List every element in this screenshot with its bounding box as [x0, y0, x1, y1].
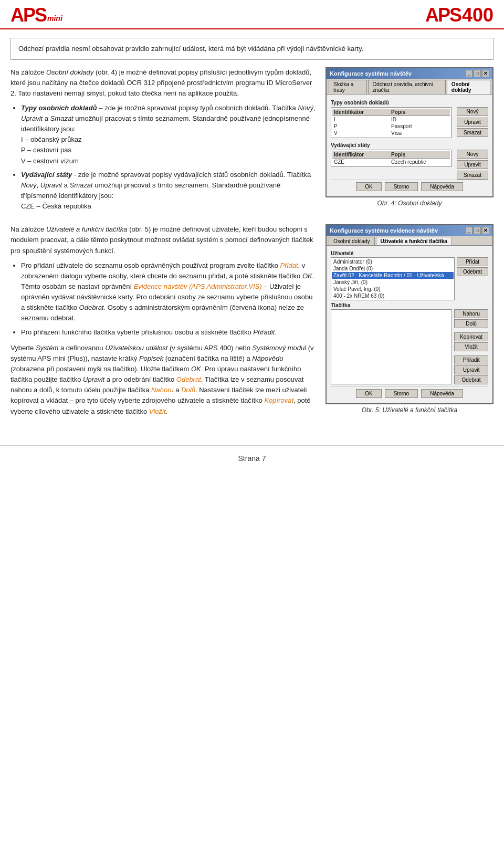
- nahoru-text: Nahoru: [151, 386, 174, 394]
- dialog1-list1-header: Identifikátor Popis: [332, 109, 450, 116]
- priradit-text: Přiřadit: [253, 328, 275, 336]
- dialog2-storno-btn[interactable]: Storno: [385, 389, 418, 398]
- evidence-text: Evidence návštěv (APS Administrator.VIS): [134, 282, 262, 290]
- dialog1-storno-btn[interactable]: Storno: [385, 182, 418, 191]
- dialog1-maximize-btn[interactable]: □: [474, 70, 481, 77]
- dialog1-row1-I[interactable]: IID: [332, 116, 450, 123]
- ok2-text: OK: [191, 365, 201, 373]
- dialog2-kopirovat-btn[interactable]: Kopírovat: [454, 332, 488, 341]
- dialog2-users-row: Administrator (0) Janda Ondřej (0) Zavří…: [331, 257, 488, 300]
- dialog1-titlebar: Konfigurace systému návštěv _ □ ✕: [327, 68, 492, 79]
- logo-right: APS 400: [425, 4, 494, 26]
- systemovy-text: Systémový modul: [253, 344, 307, 352]
- section2-text: Na záložce Uživatelé a funkční tlačítka …: [10, 224, 317, 421]
- dialog1-minimize-btn[interactable]: _: [465, 70, 472, 77]
- dialog2-tab-osobni[interactable]: Osobní doklady: [329, 237, 375, 245]
- vlozit-text: Vložit: [149, 407, 166, 415]
- dialog1-smazat2-btn[interactable]: Smazat: [457, 171, 488, 180]
- section2-para1: Na záložce Uživatelé a funkční tlačítka …: [10, 224, 317, 256]
- dialog2-user-janda[interactable]: Janda Ondřej (0): [332, 265, 454, 272]
- dialog2-napoveda-btn[interactable]: Nápověda: [421, 389, 463, 398]
- dialog2-tlacitka-label: Tlačítka: [331, 302, 488, 308]
- dialog2-upravit-btn[interactable]: Upravit: [454, 365, 488, 374]
- section2-para2: Vyberte Systém a definovanou Uživatelsko…: [10, 343, 317, 417]
- dialog1-btns1: Nový Upravit Smazat: [457, 107, 488, 137]
- dialog1-btns2: Nový Upravit Smazat: [457, 150, 488, 180]
- dialog2-pridat-btn[interactable]: Přidat: [457, 257, 488, 266]
- dialog1-smazat1-btn[interactable]: Smazat: [457, 128, 488, 137]
- dialog2-odebrat2-btn[interactable]: Odebrat: [454, 375, 488, 384]
- dialog2-odebrat-btn[interactable]: Odebrat: [457, 267, 488, 276]
- dialog1-novy1-btn[interactable]: Nový: [457, 107, 488, 116]
- dialog2-ok-btn[interactable]: OK: [356, 389, 381, 398]
- main-content: Odchozí pravidla nesmí obsahovat pravidl…: [0, 29, 504, 437]
- dialog2-maximize-btn[interactable]: □: [474, 227, 481, 234]
- dialog2-nahoru-btn[interactable]: Nahoru: [454, 309, 488, 318]
- dialog1-close-btn[interactable]: ✕: [482, 70, 489, 77]
- intro-box: Odchozí pravidla nesmí obsahovat pravidl…: [10, 38, 494, 60]
- s1p1-link: Osobní doklady: [46, 68, 93, 76]
- dialog1-row1: Identifikátor Popis IID PPassport VVísa …: [331, 107, 488, 140]
- dialog2-body: Uživatelé Administrator (0) Janda Ondřej…: [327, 246, 492, 403]
- dialog1-tabs: Složka a trasy Odchozí pravidla, archivn…: [327, 79, 492, 95]
- dialog2-tab-uzivatele[interactable]: Uživatelé a funkční tlačítka: [376, 237, 452, 245]
- dialog2-users-btns: Přidat Odebrat: [457, 257, 488, 300]
- page-number: Strana 7: [238, 454, 266, 463]
- dialog2-dolu-btn[interactable]: Dolů: [454, 319, 488, 328]
- logo-left: APS mini: [10, 6, 62, 25]
- dialog1-tab-odchozi[interactable]: Odchozí pravidla, archivní značka: [368, 80, 446, 94]
- logo-400: 400: [462, 4, 494, 26]
- dialog1-napoveda-btn[interactable]: Nápověda: [421, 182, 463, 191]
- bullet-section-1: Typy osobních dokladů – zde je možné spr…: [10, 103, 317, 212]
- aps-logo-right: APS: [425, 6, 461, 25]
- dialog2-user-400[interactable]: 400 - 2x NREM 63 (0): [332, 292, 454, 299]
- dialog2-user-zavrit[interactable]: Zavřít 02 - Kanceláře Radotín / 01 - Uži…: [332, 272, 454, 279]
- dialog2-tlacitka-list[interactable]: [331, 309, 452, 384]
- bullet-list-1: Typy osobních dokladů – zde je možné spr…: [21, 103, 317, 212]
- dialog2-priradit-btn[interactable]: Přiřadit: [454, 355, 488, 364]
- system-text: Systém: [36, 344, 58, 352]
- mini-logo: mini: [47, 14, 62, 23]
- dialog1-col2-popis: Popis: [391, 152, 448, 158]
- dialog1-section2-label: Vydávající státy: [331, 142, 488, 148]
- ok-text: OK: [302, 272, 312, 280]
- dialog1-list2[interactable]: Identifikátor Popis CZECzech republic: [331, 150, 452, 167]
- section1-image: Konfigurace systému návštěv _ □ ✕ Složka…: [326, 67, 494, 217]
- pridat-text: Přidat: [280, 261, 298, 269]
- dialog1-row1-P[interactable]: PPassport: [332, 123, 450, 130]
- bullet2-nova: Nový: [21, 181, 37, 189]
- dialog2-user-jansky[interactable]: Jánský Jiří, (0): [332, 279, 454, 286]
- dialog2-tlacitka-row: Nahoru Dolů Kopírovat Vložit Přiřadit Up…: [331, 309, 488, 384]
- dialog1-row1-V[interactable]: VVísa: [332, 130, 450, 137]
- dialog2-title: Konfigurace systému evidence návštěv: [330, 227, 438, 234]
- dialog1-list1[interactable]: Identifikátor Popis IID PPassport VVísa: [331, 107, 452, 138]
- bullet-list-2: Pro přidání uživatele do seznamu osob op…: [21, 260, 317, 338]
- dialog2-tlacitka-btns: Nahoru Dolů Kopírovat Vložit Přiřadit Up…: [454, 309, 488, 384]
- dialog2-user-volac[interactable]: Volač Pavel, Ing. (0): [332, 286, 454, 292]
- page-footer: Strana 7: [0, 445, 504, 467]
- dialog2-users-list[interactable]: Administrator (0) Janda Ondřej (0) Zavří…: [331, 257, 455, 300]
- bullet2-upravit: Upravit: [40, 181, 62, 189]
- dialog1-tab-slozka[interactable]: Složka a trasy: [329, 80, 367, 94]
- caption1: Obr. 4: Osobní doklady: [326, 200, 494, 207]
- dialog1-upravit1-btn[interactable]: Upravit: [457, 118, 488, 127]
- bullet1-upravit: Upravit: [21, 114, 43, 122]
- dialog2-titlebar: Konfigurace systému evidence návštěv _ □…: [327, 225, 492, 236]
- dialog1-ok-btn[interactable]: OK: [356, 182, 381, 191]
- dialog2-user-administrator[interactable]: Administrator (0): [332, 258, 454, 265]
- section1-para1: Na záložce Osobní doklady (obr. 4) je mo…: [10, 67, 317, 99]
- dialog1-row2: Identifikátor Popis CZECzech republic No…: [331, 150, 488, 180]
- dialog2-close-btn[interactable]: ✕: [482, 227, 489, 234]
- dialog2-vlozit-btn[interactable]: Vložit: [454, 342, 488, 351]
- bullet1-text: – zde je možné spravovat popisy typů oso…: [97, 104, 298, 112]
- dialog1-upravit2-btn[interactable]: Upravit: [457, 160, 488, 169]
- dialog1-title: Konfigurace systému návštěv: [330, 70, 412, 77]
- s2p1-link: Uživatelé a funkční tlačítka: [46, 225, 128, 233]
- dialog1-tab-osobni[interactable]: Osobní doklady: [447, 80, 490, 94]
- dialog2-minimize-btn[interactable]: _: [465, 227, 472, 234]
- dialog1-list2-header: Identifikátor Popis: [332, 151, 450, 159]
- dialog1-row2-CZE[interactable]: CZECzech republic: [332, 159, 450, 165]
- intro-text: Odchozí pravidla nesmí obsahovat pravidl…: [18, 45, 363, 53]
- dialog1-novy2-btn[interactable]: Nový: [457, 150, 488, 159]
- dialog2-footer: OK Storno Nápověda: [331, 386, 488, 400]
